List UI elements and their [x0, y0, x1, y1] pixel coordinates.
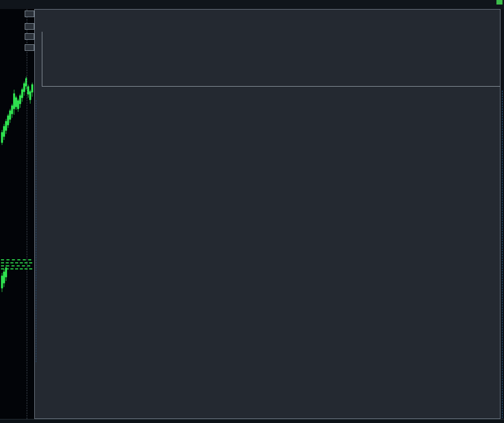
panel-brush-button[interactable]: [25, 23, 34, 30]
trade-level-line: [1, 265, 30, 266]
panel-edge-dashes: [36, 100, 36, 362]
time-axis-strip: [0, 419, 504, 423]
mtdriver-stats-panel: [34, 9, 500, 419]
panel-help-button[interactable]: [25, 44, 34, 51]
candlesticks: [0, 9, 34, 419]
mt4-title-strip: [0, 0, 504, 9]
panel-minimize-button[interactable]: [25, 11, 34, 17]
corner-marker: [496, 0, 502, 5]
trade-level-line: [1, 262, 32, 263]
trade-level-line: [1, 268, 32, 269]
equity-curve-chart: [42, 32, 500, 87]
grid-vline: [27, 9, 27, 419]
panel-check-button[interactable]: [25, 33, 34, 40]
candlestick-chart-strip: [0, 9, 34, 419]
scale-dashes: [502, 91, 502, 418]
trade-level-line: [1, 259, 31, 260]
